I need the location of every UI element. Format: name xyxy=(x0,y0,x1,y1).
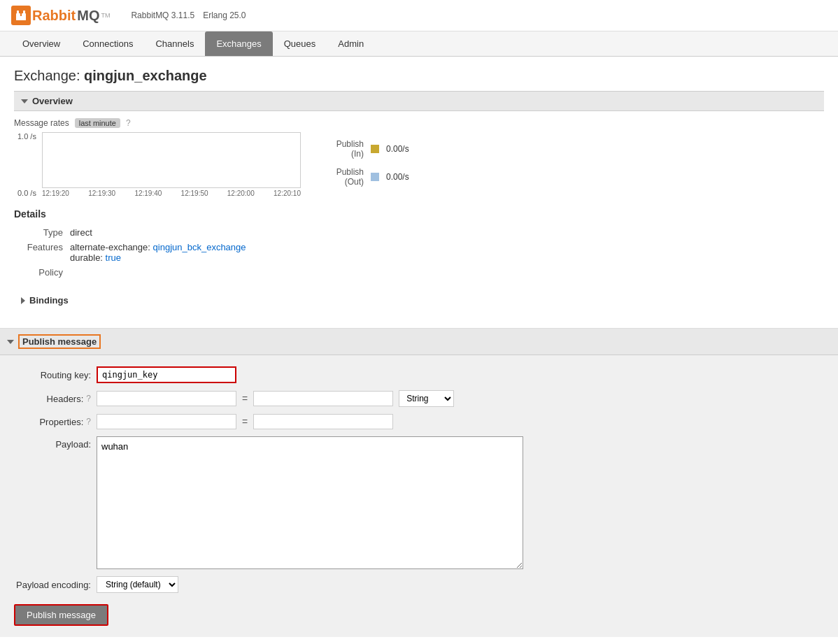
publish-out-line1: Publish xyxy=(336,167,364,177)
nav-admin[interactable]: Admin xyxy=(327,31,375,56)
nav-overview[interactable]: Overview xyxy=(11,31,71,56)
properties-label: Properties: xyxy=(39,417,83,427)
policy-label: Policy xyxy=(14,265,70,280)
version-info: RabbitMQ 3.11.5 Erlang 25.0 xyxy=(131,10,246,20)
properties-key-input[interactable] xyxy=(97,414,236,429)
footer: CSDN @百慕倾君 xyxy=(0,637,838,644)
rabbitmq-version: RabbitMQ 3.11.5 xyxy=(131,10,194,20)
publish-in-color xyxy=(371,145,379,153)
details-section: Details Type direct Features alternate-e… xyxy=(14,208,824,280)
publish-section-header[interactable]: Publish message xyxy=(0,329,838,355)
main-nav: Overview Connections Channels Exchanges … xyxy=(0,31,838,57)
features-row: Features alternate-exchange: qingjun_bck… xyxy=(14,240,252,265)
legend-publish-out: Publish (Out) 0.00/s xyxy=(322,167,409,187)
routing-key-input[interactable] xyxy=(97,366,236,383)
overview-collapse-icon xyxy=(21,99,28,103)
nav-exchanges[interactable]: Exchanges xyxy=(205,31,272,56)
overview-section-header[interactable]: Overview xyxy=(14,91,824,111)
type-row: Type direct xyxy=(14,225,252,240)
legend-in-label: Publish (In) xyxy=(322,139,364,159)
chart-area: 1.0 /s 0.0 /s 12:19:20 12:19:30 12:19:40… xyxy=(14,132,824,197)
type-value: direct xyxy=(70,225,252,240)
bindings-section-header[interactable]: Bindings xyxy=(14,291,824,310)
details-table: Type direct Features alternate-exchange:… xyxy=(14,225,252,280)
x-label-1: 12:19:30 xyxy=(88,189,115,197)
svg-rect-3 xyxy=(23,10,25,15)
publish-section: Publish message Routing key: Headers: ? … xyxy=(0,328,838,637)
properties-label-area: Properties: ? xyxy=(14,417,91,427)
x-label-5: 12:20:10 xyxy=(274,189,301,197)
logo-mq-text: MQ xyxy=(77,8,99,24)
payload-label: Payload: xyxy=(14,436,91,450)
encoding-select[interactable]: String (default) Base64 xyxy=(97,576,178,593)
page-content: Exchange: qingjun_exchange Overview Mess… xyxy=(0,57,838,328)
type-label: Type xyxy=(14,225,70,240)
alternate-value[interactable]: qingjun_bck_exchange xyxy=(153,242,246,252)
routing-key-row: Routing key: xyxy=(14,366,824,383)
routing-key-label: Routing key: xyxy=(14,370,91,380)
chart-y-labels: 1.0 /s 0.0 /s xyxy=(17,132,36,197)
headers-key-input[interactable] xyxy=(97,391,236,406)
logo-tm: TM xyxy=(101,12,110,19)
properties-help-icon[interactable]: ? xyxy=(86,417,91,427)
message-rates-help[interactable]: ? xyxy=(126,118,131,128)
last-minute-badge[interactable]: last minute xyxy=(75,118,120,128)
publish-message-button[interactable]: Publish message xyxy=(14,604,108,626)
publish-in-line2: (In) xyxy=(351,149,364,159)
payload-row: Payload: wuhan xyxy=(14,436,824,569)
legend-out-label: Publish (Out) xyxy=(322,167,364,187)
page-title-prefix: Exchange: xyxy=(14,68,84,83)
details-title: Details xyxy=(14,208,824,220)
headers-equals: = xyxy=(242,393,248,404)
x-label-4: 12:20:00 xyxy=(227,189,255,197)
publish-form: Routing key: Headers: ? = String Integer… xyxy=(0,355,838,637)
alternate-label: alternate-exchange: xyxy=(70,242,150,252)
headers-label-area: Headers: ? xyxy=(14,394,91,404)
policy-value xyxy=(70,265,252,280)
encoding-label: Payload encoding: xyxy=(14,580,91,590)
properties-row: Properties: ? = xyxy=(14,414,824,429)
page-title: Exchange: qingjun_exchange xyxy=(14,68,824,84)
payload-textarea[interactable]: wuhan xyxy=(97,436,523,569)
chart-y-top: 1.0 /s xyxy=(17,132,36,141)
chart-y-bottom: 0.0 /s xyxy=(17,189,36,197)
publish-out-line2: (Out) xyxy=(345,177,364,187)
publish-header-label: Publish message xyxy=(18,334,101,349)
headers-type-select[interactable]: String Integer Boolean xyxy=(399,390,454,407)
overview-section: Message rates last minute ? 1.0 /s 0.0 /… xyxy=(14,118,824,197)
overview-section-label: Overview xyxy=(32,96,73,106)
x-label-2: 12:19:40 xyxy=(134,189,162,197)
message-rates-label: Message rates xyxy=(14,118,69,128)
x-label-0: 12:19:20 xyxy=(42,189,69,197)
logo-icon xyxy=(11,6,31,25)
nav-connections[interactable]: Connections xyxy=(71,31,144,56)
svg-rect-4 xyxy=(16,16,26,20)
properties-value-input[interactable] xyxy=(253,414,393,429)
chart-x-labels: 12:19:20 12:19:30 12:19:40 12:19:50 12:2… xyxy=(42,189,301,197)
bindings-label: Bindings xyxy=(29,295,69,306)
x-label-3: 12:19:50 xyxy=(181,189,208,197)
headers-value-input[interactable] xyxy=(253,391,393,406)
bindings-expand-icon xyxy=(21,297,25,304)
durable-label: durable: xyxy=(70,252,103,263)
logo-rabbit-text: Rabbit xyxy=(32,8,76,24)
top-header: RabbitMQTM RabbitMQ 3.11.5 Erlang 25.0 xyxy=(0,0,838,31)
features-label: Features xyxy=(14,240,70,265)
message-rates-bar: Message rates last minute ? xyxy=(14,118,824,128)
encoding-row: Payload encoding: String (default) Base6… xyxy=(14,576,824,593)
properties-equals: = xyxy=(242,416,248,427)
headers-row: Headers: ? = String Integer Boolean xyxy=(14,390,824,407)
policy-row: Policy xyxy=(14,265,252,280)
nav-queues[interactable]: Queues xyxy=(273,31,327,56)
publish-in-line1: Publish xyxy=(336,139,364,149)
exchange-name: qingjun_exchange xyxy=(84,68,207,83)
svg-rect-2 xyxy=(17,10,19,15)
headers-help-icon[interactable]: ? xyxy=(86,394,91,403)
erlang-version: Erlang 25.0 xyxy=(203,10,246,20)
durable-value: true xyxy=(106,252,121,263)
chart-wrapper: 1.0 /s 0.0 /s 12:19:20 12:19:30 12:19:40… xyxy=(42,132,301,197)
nav-channels[interactable]: Channels xyxy=(144,31,205,56)
logo: RabbitMQTM xyxy=(11,6,110,25)
publish-in-value: 0.00/s xyxy=(386,144,409,154)
chart-legend: Publish (In) 0.00/s Publish (Out) 0.00/s xyxy=(322,139,409,187)
